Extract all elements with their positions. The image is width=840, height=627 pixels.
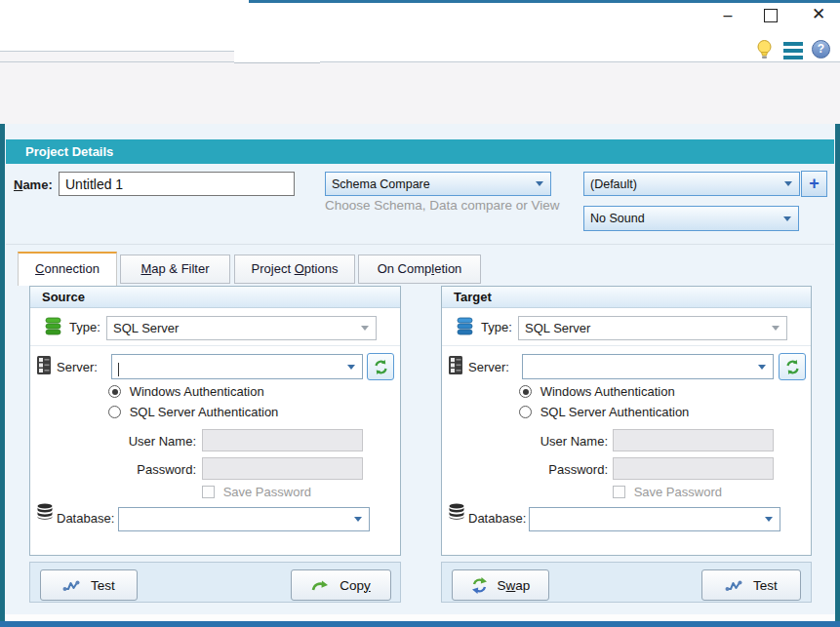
source-buttons-panel: Test Copy	[29, 562, 401, 603]
database-icon	[36, 503, 54, 523]
source-auth-sql-radio[interactable]: SQL Server Authentication	[108, 405, 278, 419]
project-details-header: Project Details	[6, 139, 834, 164]
server-icon	[448, 355, 463, 378]
source-database-combobox[interactable]	[118, 507, 370, 531]
radio-unselected-icon	[108, 406, 121, 418]
target-database-combobox[interactable]	[529, 507, 780, 531]
hamburger-menu-icon[interactable]	[783, 42, 803, 62]
options-profile-dropdown[interactable]: (Default)	[583, 172, 800, 196]
source-server-combobox[interactable]	[111, 354, 363, 379]
target-password-input	[613, 457, 774, 480]
server-icon	[36, 355, 52, 378]
dialog-footer-strip	[5, 614, 835, 621]
swap-button[interactable]: Swap	[452, 569, 549, 601]
source-type-row: Type: SQL Server	[30, 308, 400, 346]
refresh-icon	[784, 359, 801, 375]
refresh-icon	[373, 359, 389, 375]
chevron-down-icon	[765, 517, 773, 522]
help-icon[interactable]: ?	[812, 40, 830, 59]
target-buttons-panel: Swap Test	[441, 562, 812, 603]
source-username-input	[202, 429, 363, 451]
text-caret	[118, 363, 119, 376]
source-panel: Source Type: SQL Server Server:	[29, 286, 401, 556]
target-type-dropdown: SQL Server	[518, 316, 787, 340]
chevron-down-icon	[354, 517, 362, 522]
chevron-down-icon	[347, 365, 355, 370]
window-top-border	[249, 0, 840, 3]
window-bottom-border	[0, 621, 840, 627]
tab-project-options[interactable]: Project Options	[234, 255, 355, 284]
toolbar-notch	[234, 0, 320, 63]
source-copy-button[interactable]: Copy	[291, 569, 391, 601]
source-save-password-checkbox: Save Password	[202, 485, 311, 499]
target-username-input	[613, 429, 774, 451]
compare-type-hint: Choose Schema, Data compare or View	[325, 198, 560, 213]
target-username-label: User Name:	[500, 434, 608, 449]
source-password-label: Password:	[89, 462, 196, 477]
minimize-button[interactable]: –	[717, 8, 739, 23]
target-panel-title: Target	[442, 287, 811, 308]
chevron-down-icon	[783, 216, 791, 221]
radio-selected-icon	[519, 385, 532, 398]
section-divider	[6, 244, 834, 245]
chevron-down-icon	[536, 181, 543, 186]
radio-unselected-icon	[519, 406, 532, 418]
chevron-down-icon	[361, 326, 369, 331]
target-database-label: Database:	[468, 511, 526, 526]
source-database-type-icon	[44, 317, 62, 338]
radio-selected-icon	[108, 385, 121, 398]
test-connection-icon	[725, 579, 743, 592]
swap-arrows-icon	[471, 576, 488, 595]
source-database-label: Database:	[57, 511, 114, 526]
database-icon	[448, 503, 465, 523]
toolbar-band	[0, 61, 840, 124]
close-button[interactable]: ✕	[808, 7, 829, 22]
source-type-label: Type:	[69, 320, 100, 334]
chevron-down-icon	[772, 326, 780, 331]
copy-arrow-icon	[311, 578, 330, 593]
source-auth-windows-radio[interactable]: Windows Authentication	[108, 384, 264, 399]
checkbox-icon	[202, 486, 215, 498]
tab-connection[interactable]: Connection	[18, 252, 117, 286]
source-refresh-servers-button[interactable]	[367, 353, 394, 380]
target-auth-windows-radio[interactable]: Windows Authentication	[519, 384, 675, 399]
tab-map-filter[interactable]: Map & Filter	[120, 255, 230, 284]
test-connection-icon	[62, 579, 81, 592]
compare-type-dropdown[interactable]: Schema Compare	[325, 172, 551, 196]
tab-on-completion[interactable]: On Completion	[358, 255, 481, 284]
sound-dropdown[interactable]: No Sound	[583, 206, 799, 231]
target-type-label: Type:	[481, 320, 512, 334]
name-label: Name:	[14, 177, 53, 192]
target-save-password-checkbox: Save Password	[613, 485, 722, 499]
maximize-button[interactable]	[764, 9, 778, 22]
add-profile-button[interactable]: +	[801, 171, 827, 197]
target-password-label: Password:	[500, 462, 608, 477]
target-panel: Target Type: SQL Server Server:	[441, 286, 812, 556]
target-auth-sql-radio[interactable]: SQL Server Authentication	[519, 405, 689, 419]
target-server-label: Server:	[468, 360, 509, 374]
source-username-label: User Name:	[89, 434, 196, 449]
source-panel-title: Source	[30, 287, 400, 308]
source-test-button[interactable]: Test	[40, 569, 138, 601]
chevron-down-icon	[758, 365, 766, 370]
source-server-label: Server:	[57, 360, 98, 374]
toolbar-left-area	[0, 51, 234, 61]
target-refresh-servers-button[interactable]	[779, 353, 806, 380]
target-test-button[interactable]: Test	[701, 569, 801, 601]
project-name-input[interactable]	[59, 172, 295, 196]
lightbulb-icon[interactable]	[756, 39, 773, 63]
target-type-row: Type: SQL Server	[442, 308, 811, 346]
target-database-type-icon	[456, 317, 474, 338]
source-type-dropdown: SQL Server	[106, 316, 377, 340]
source-password-input	[202, 457, 363, 480]
target-server-combobox[interactable]	[522, 354, 774, 379]
chevron-down-icon	[784, 181, 792, 186]
checkbox-icon	[613, 486, 625, 498]
